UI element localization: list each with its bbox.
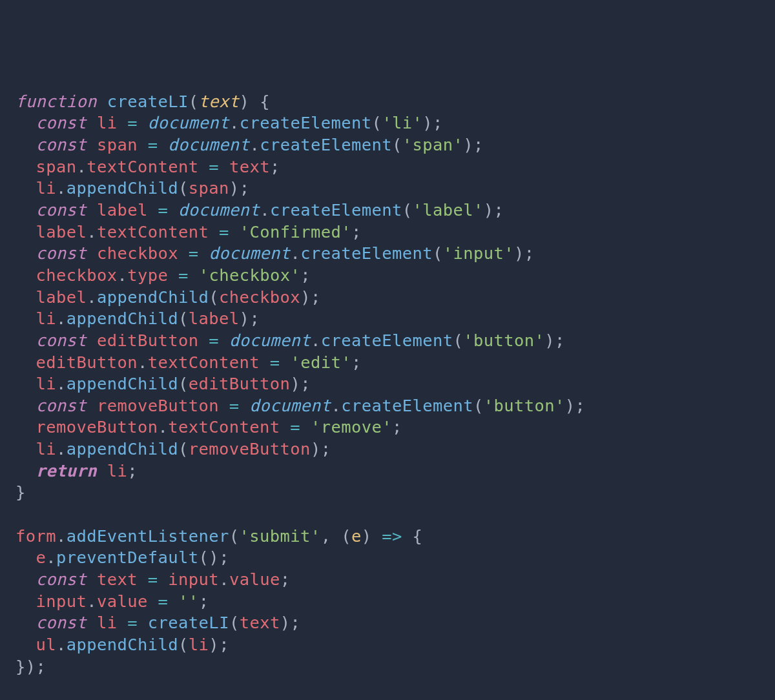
code-line: li.appendChild(label); <box>16 308 760 330</box>
code-token: ( <box>189 92 199 111</box>
code-line: ul.appendChild(li); <box>16 634 760 656</box>
code-token: removeButton <box>36 417 158 437</box>
code-token: li <box>189 635 209 654</box>
code-token: ( <box>178 178 189 198</box>
code-token: ( <box>433 243 443 263</box>
code-token: . <box>87 222 97 242</box>
code-token: ) <box>229 178 240 198</box>
code-token: . <box>56 635 67 654</box>
code-token: = <box>209 157 219 176</box>
code-token: = <box>290 417 300 437</box>
code-token: ; <box>280 570 291 589</box>
code-token <box>87 135 97 154</box>
code-line: li.appendChild(span); <box>16 178 760 200</box>
code-token: span <box>189 178 229 198</box>
code-token <box>138 570 148 589</box>
code-token: appendChild <box>67 635 178 654</box>
code-token: appendChild <box>67 178 178 198</box>
code-token: ( <box>371 113 382 132</box>
code-token: li <box>36 309 57 328</box>
code-token <box>178 243 189 263</box>
code-token: type <box>127 265 168 285</box>
code-token: document <box>229 331 311 350</box>
code-token: ) <box>280 613 291 632</box>
code-token <box>209 222 219 242</box>
code-token: document <box>148 113 229 132</box>
code-token: ; <box>524 243 535 263</box>
code-token: . <box>260 200 270 220</box>
code-token: ) <box>565 396 575 415</box>
code-token: createElement <box>321 331 453 350</box>
code-token: ) <box>290 374 300 393</box>
code-token: checkbox <box>219 287 300 307</box>
code-token: 'button' <box>484 396 565 415</box>
code-token: 'Confirmed' <box>240 222 351 242</box>
code-token: const <box>36 200 87 220</box>
code-token: 'li' <box>382 113 422 132</box>
code-token: ( <box>178 439 189 458</box>
code-token: const <box>36 243 87 263</box>
code-token: ; <box>473 135 484 154</box>
code-line: const checkbox = document.createElement(… <box>16 243 760 265</box>
code-token: = <box>148 135 158 154</box>
code-token: . <box>229 113 240 132</box>
code-token: textContent <box>168 417 280 437</box>
code-line: const editButton = document.createElemen… <box>16 330 760 352</box>
code-token: appendChild <box>67 309 178 328</box>
code-token: createLI <box>148 613 229 632</box>
code-token: . <box>158 417 169 437</box>
code-token <box>158 570 169 589</box>
code-token: ( <box>341 526 351 546</box>
code-token: const <box>36 396 87 415</box>
code-token: const <box>36 331 87 350</box>
code-token: . <box>56 526 67 546</box>
code-token: text <box>240 613 280 632</box>
code-line: const li = document.createElement('li'); <box>16 112 760 134</box>
code-token: checkbox <box>97 243 178 263</box>
code-token: 'checkbox' <box>199 265 301 285</box>
code-token: editButton <box>189 374 291 393</box>
code-token: ) <box>544 331 555 350</box>
code-line: editButton.textContent = 'edit'; <box>16 352 760 374</box>
code-token: const <box>36 135 87 154</box>
code-token: ; <box>240 178 250 198</box>
code-line: label.appendChild(checkbox); <box>16 287 760 309</box>
code-line: li.appendChild(removeButton); <box>16 438 760 460</box>
code-token: ul <box>36 635 57 654</box>
code-token <box>331 526 341 546</box>
code-token <box>402 526 413 546</box>
code-token: { <box>413 526 423 546</box>
code-token: ) <box>209 635 219 654</box>
code-line <box>16 504 760 526</box>
code-token: = <box>158 200 169 220</box>
code-token: . <box>249 135 260 154</box>
code-token <box>199 331 209 350</box>
code-token: input <box>168 570 219 589</box>
code-token: appendChild <box>67 439 178 458</box>
code-token: li <box>97 113 118 132</box>
code-token: e <box>351 526 362 546</box>
code-token <box>240 396 250 415</box>
code-token: ) <box>300 287 311 307</box>
code-token: 'input' <box>443 243 514 263</box>
code-token: removeButton <box>97 396 219 415</box>
code-token: = <box>178 265 189 285</box>
code-token: ; <box>351 222 362 242</box>
code-token: ( <box>178 309 189 328</box>
code-token: li <box>36 374 57 393</box>
code-token <box>199 243 209 263</box>
code-token: } <box>16 657 26 676</box>
code-token <box>87 113 97 132</box>
code-token <box>87 613 97 632</box>
code-editor-content[interactable]: function createLI(text) { const li = doc… <box>16 91 760 678</box>
code-token: 'submit' <box>240 526 321 546</box>
code-token: ( <box>453 331 463 350</box>
code-token <box>168 592 178 611</box>
code-token: = <box>127 113 138 132</box>
code-line: input.value = ''; <box>16 591 760 613</box>
code-token: 'remove' <box>311 417 392 437</box>
code-token: 'edit' <box>290 353 351 372</box>
code-line: removeButton.textContent = 'remove'; <box>16 417 760 438</box>
code-token: textContent <box>97 222 209 242</box>
code-token: text <box>97 570 138 589</box>
